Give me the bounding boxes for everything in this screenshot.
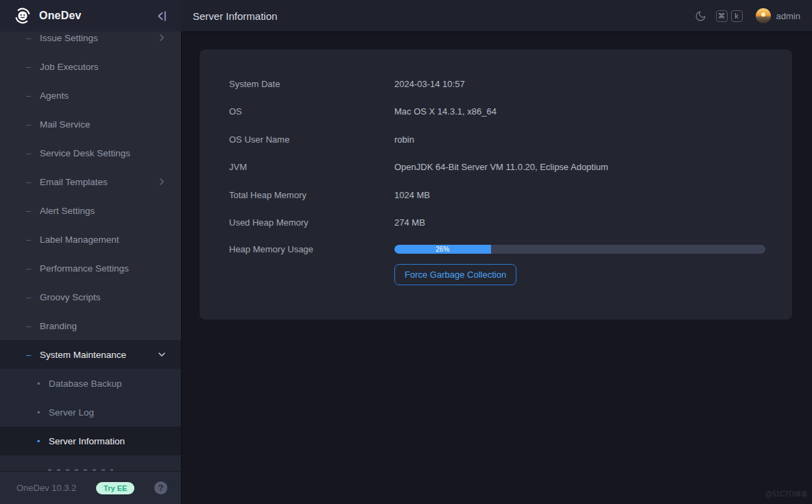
onedev-logo-icon[interactable]: [14, 7, 32, 25]
field-value: OpenJDK 64-Bit Server VM 11.0.20, Eclips…: [394, 162, 608, 172]
sidebar-item-label: Email Templates: [40, 177, 108, 187]
topbar: Server Information ⌘ k admin: [181, 0, 812, 32]
shortcut-k-key[interactable]: k: [731, 10, 743, 22]
field-label: JVM: [229, 162, 394, 172]
sidebar-subitem-server-information[interactable]: • Server Information: [0, 427, 181, 455]
sidebar-item-mail-service[interactable]: – Mail Service: [0, 110, 181, 139]
sidebar-item-agents[interactable]: – Agents: [0, 81, 181, 110]
dash-glyph: –: [26, 263, 40, 274]
field-row: OS Mac OS X 14.3.1, x86_64: [229, 98, 765, 126]
dash-glyph: –: [26, 91, 40, 101]
sidebar-item-label: Branding: [40, 321, 77, 331]
bullet-glyph: •: [37, 379, 49, 389]
dash-glyph: –: [26, 148, 40, 158]
sidebar-item-branding[interactable]: – Branding: [0, 311, 181, 340]
sidebar-item-issue-settings[interactable]: – Issue Settings: [0, 32, 181, 52]
field-label: Heap Memory Usage: [229, 244, 394, 254]
sidebar-item-label: System Maintenance: [40, 350, 126, 360]
dash-glyph: –: [26, 321, 40, 331]
sidebar-footer: OneDev 10.3.2 Try EE ?: [0, 471, 181, 504]
sidebar-item-alert-settings[interactable]: – Alert Settings: [0, 196, 181, 225]
sidebar-subitem-label: Server Log: [49, 407, 94, 418]
bullet-glyph: •: [37, 407, 49, 418]
sidebar-item-label: Label Management: [40, 235, 119, 245]
help-icon[interactable]: ?: [154, 481, 167, 494]
chevron-right-icon: [158, 34, 166, 42]
dash-glyph: –: [26, 206, 40, 216]
field-label: OS: [229, 106, 394, 117]
sidebar: OneDev – Issue Settings – J: [0, 0, 181, 504]
topbar-actions: ⌘ k admin: [695, 8, 800, 23]
sidebar-nav: – Issue Settings – Job Executors – Agent…: [0, 32, 181, 471]
sidebar-subitem-database-backup[interactable]: • Database Backup: [0, 369, 181, 398]
sidebar-subitem-label: Server Information: [49, 436, 125, 446]
system-maintenance-submenu: • Database Backup • Server Log • Server …: [0, 369, 181, 471]
sidebar-collapse-icon[interactable]: [156, 10, 169, 23]
field-label: OS User Name: [229, 134, 394, 145]
field-row: JVM OpenJDK 64-Bit Server VM 11.0.20, Ec…: [229, 154, 765, 182]
dash-glyph: –: [26, 235, 40, 245]
heap-usage-percent: 26%: [435, 245, 449, 253]
heap-usage-fill: 26%: [394, 245, 491, 254]
field-value: 2024-03-14 10:57: [394, 79, 465, 89]
sidebar-item-label: Agents: [40, 91, 69, 101]
field-label: System Date: [229, 79, 394, 89]
gc-button-row: Force Garbage Collection: [229, 264, 765, 285]
heap-usage-progressbar: 26%: [394, 245, 765, 254]
dash-glyph: –: [26, 177, 40, 187]
user-menu[interactable]: admin: [756, 8, 800, 23]
chevron-right-icon: [158, 178, 166, 186]
field-value: 274 MB: [394, 217, 425, 228]
field-value: Mac OS X 14.3.1, x86_64: [394, 106, 497, 117]
dash-glyph: –: [26, 33, 40, 43]
field-row: Total Heap Memory 1024 MB: [229, 181, 765, 209]
sidebar-item-performance-settings[interactable]: – Performance Settings: [0, 254, 181, 283]
try-ee-badge[interactable]: Try EE: [96, 482, 134, 494]
dash-glyph: –: [26, 62, 40, 72]
sidebar-subitem-server-log[interactable]: • Server Log: [0, 398, 181, 427]
sidebar-item-service-desk-settings[interactable]: – Service Desk Settings: [0, 139, 181, 167]
sidebar-item-label-management[interactable]: – Label Management: [0, 225, 181, 254]
version-label: OneDev 10.3.2: [16, 483, 76, 493]
field-label: Used Heap Memory: [229, 217, 394, 228]
sidebar-item-email-templates[interactable]: – Email Templates: [0, 167, 181, 196]
sidebar-item-groovy-scripts[interactable]: – Groovy Scripts: [0, 283, 181, 311]
sidebar-item-label: Service Desk Settings: [40, 148, 130, 158]
sidebar-item-system-maintenance[interactable]: – System Maintenance: [0, 340, 181, 369]
sidebar-item-label: Performance Settings: [40, 263, 129, 274]
sidebar-subitem-label: Database Backup: [49, 379, 122, 389]
chevron-down-icon: [158, 350, 166, 359]
main-area: Server Information ⌘ k admin System Date…: [181, 0, 812, 504]
field-row: Used Heap Memory 274 MB: [229, 209, 765, 237]
brand-name: OneDev: [39, 10, 82, 22]
field-row: System Date 2024-03-14 10:57: [229, 70, 765, 98]
sidebar-item-clipped[interactable]: [0, 455, 181, 471]
sidebar-item-label: Alert Settings: [40, 206, 95, 216]
sidebar-item-label: Mail Service: [40, 119, 91, 130]
heap-usage-row: Heap Memory Usage 26%: [229, 237, 765, 261]
field-row: OS User Name robin: [229, 125, 765, 154]
field-label: Total Heap Memory: [229, 190, 394, 200]
sidebar-item-label: Issue Settings: [40, 33, 98, 43]
shortcut-cmd-key[interactable]: ⌘: [716, 10, 728, 22]
sidebar-item-job-executors[interactable]: – Job Executors: [0, 52, 181, 81]
dash-glyph: –: [26, 350, 40, 360]
dash-glyph: –: [26, 292, 40, 302]
field-value: robin: [394, 134, 414, 145]
dash-glyph: –: [26, 119, 40, 130]
avatar: [756, 8, 771, 23]
sidebar-item-label: Job Executors: [40, 62, 99, 72]
dark-mode-toggle-icon[interactable]: [695, 10, 706, 22]
page-title: Server Information: [193, 10, 277, 22]
bullet-glyph: •: [37, 436, 49, 446]
watermark: @51CTO博客: [765, 490, 808, 499]
sidebar-header: OneDev: [0, 0, 181, 32]
field-value: 1024 MB: [394, 190, 430, 200]
sidebar-item-label: Groovy Scripts: [40, 292, 101, 302]
server-information-panel: System Date 2024-03-14 10:57 OS Mac OS X…: [200, 49, 792, 320]
screen: OneDev – Issue Settings – J: [0, 0, 812, 504]
clipped-text-fragment: [48, 469, 113, 471]
force-garbage-collection-button[interactable]: Force Garbage Collection: [394, 264, 516, 285]
user-name: admin: [776, 11, 800, 21]
